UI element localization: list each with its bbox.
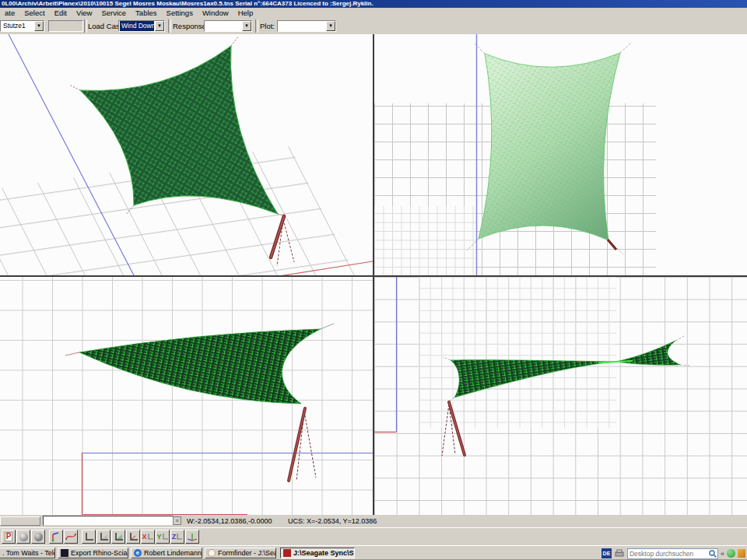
internet-explorer-icon: e (134, 549, 142, 557)
chevron-down-icon[interactable]: ▼ (155, 21, 164, 31)
corner-ucs-button[interactable] (126, 530, 140, 544)
taskbar-button-tom-waits[interactable]: . Tom Waits - Teleph... (0, 548, 55, 558)
empty-field (48, 20, 83, 32)
desktop-search-box[interactable] (627, 548, 718, 559)
chevron-down-icon[interactable]: ▼ (242, 21, 251, 31)
window-title: 0L00\Archiv\Arbeit\Planex\2010\10015 Seg… (2, 0, 374, 7)
chevron-down-icon[interactable]: ▼ (34, 21, 44, 31)
viewport-area (0, 34, 747, 515)
menu-item-settings[interactable]: Settings (162, 8, 198, 18)
view-y-button[interactable]: Y (156, 530, 170, 544)
tray-icon-2[interactable] (738, 549, 745, 558)
toolbar-separator (168, 19, 171, 33)
taskbar-button-label: . Tom Waits - Teleph... (2, 548, 55, 558)
plan-canvas (374, 34, 747, 275)
menu-item-window[interactable]: Window (198, 8, 233, 18)
front-canvas (0, 277, 373, 515)
menu-item-help[interactable]: Help (233, 8, 258, 18)
viewport-side-elevation[interactable] (374, 277, 747, 515)
command-bar: ≡ W:-2.0534,12.0386,-0.0000 UCS: X=-2.05… (0, 515, 747, 527)
plot-combobox[interactable]: ▼ (277, 20, 336, 32)
corner-ucs-icon (128, 531, 139, 542)
command-grip-icon[interactable]: ≡ (173, 516, 181, 525)
response-value (205, 21, 241, 31)
view-z-icon: Z (172, 534, 177, 541)
seagate-sync-icon (283, 549, 291, 557)
main-toolbar: Stutze1 ▼ Load Case: Wind Down15 ▼ Respo… (0, 18, 747, 35)
system-tray: DE « (601, 546, 747, 560)
rhino-icon (61, 549, 68, 557)
perspective-canvas (0, 34, 373, 275)
hidden-line-render-button[interactable] (31, 530, 45, 544)
printer-icon[interactable] (614, 549, 625, 558)
toolbar-separator (84, 19, 87, 33)
corner-plane-button[interactable] (96, 530, 110, 544)
corner-shaded-button[interactable] (111, 530, 125, 544)
view-x-icon: X (142, 534, 146, 541)
axis-path-button[interactable] (49, 530, 63, 544)
taskbar-button-rhino[interactable]: Export Rhino-Scia1a - Rh... (58, 548, 128, 558)
command-input[interactable] (43, 516, 174, 526)
selection-combobox[interactable]: Stutze1 ▼ (0, 20, 44, 32)
taskbar-button-label: J:\Seagate Sync\Syn... (293, 548, 355, 558)
menu-item-edit[interactable]: Edit (50, 8, 72, 18)
menu-item-view[interactable]: View (72, 8, 96, 18)
title-bar[interactable]: 0L00\Archiv\Arbeit\Planex\2010\10015 Seg… (0, 0, 747, 8)
wire-sphere-icon (34, 533, 43, 541)
side-canvas (374, 277, 747, 515)
taskbar-button-label: Formfinder - J:\Seagate ... (218, 548, 276, 558)
corner-shaded-icon (113, 531, 124, 542)
elevation-grid-fine (419, 277, 616, 429)
menu-item-create[interactable]: ate (0, 8, 19, 18)
viewport-front-elevation[interactable] (0, 277, 373, 515)
response-combobox[interactable]: ▼ (204, 20, 252, 32)
elevation-grid (0, 277, 373, 515)
view-z-button[interactable]: Z (170, 530, 184, 544)
menu-item-select[interactable]: Select (19, 8, 49, 18)
spline-icon (65, 531, 76, 542)
chevron-down-icon[interactable]: ▼ (326, 21, 335, 31)
response-label: Response: (173, 22, 208, 30)
viewport-perspective[interactable] (0, 34, 373, 275)
corner-plane-icon (98, 531, 109, 542)
sync-tray-icon[interactable] (727, 549, 735, 558)
plan-grid-fine (374, 206, 476, 275)
axes-3d-button[interactable] (185, 530, 199, 544)
language-indicator[interactable]: DE (601, 548, 612, 558)
ucs-coordinates: UCS: X=-2.0534, Y=12.0386 (288, 517, 377, 525)
viewport-plan[interactable] (374, 34, 747, 275)
taskbar-button-label: Robert Lindemann KG Gr... (144, 548, 202, 558)
menu-item-tables[interactable]: Tables (131, 8, 161, 18)
search-icon[interactable] (708, 549, 717, 558)
horizontal-scrollbar[interactable] (0, 516, 40, 526)
taskbar-button-browser[interactable]: e Robert Lindemann KG Gr... (131, 548, 202, 558)
axes-3d-icon (187, 531, 198, 542)
taskbar-button-formfinder[interactable]: Formfinder - J:\Seagate ... (205, 548, 276, 558)
selection-value: Stutze1 (2, 21, 33, 31)
world-coordinates: W:-2.0534,12.0386,-0.0000 (187, 517, 272, 525)
desktop-search-input[interactable] (628, 550, 708, 558)
taskbar: . Tom Waits - Teleph... Export Rhino-Sci… (0, 545, 747, 560)
view-y-icon: Y (156, 534, 161, 541)
menu-bar: ate Select Edit View Service Tables Sett… (0, 8, 747, 18)
plot-page-button[interactable]: P (2, 530, 16, 544)
plot-page-icon: P (5, 532, 13, 541)
shaded-render-button[interactable] (16, 530, 30, 544)
view-toolbar: P (0, 527, 747, 546)
load-case-value: Wind Down15 (120, 21, 154, 31)
load-case-combobox[interactable]: Wind Down15 ▼ (118, 20, 165, 32)
plot-label: Plot: (260, 22, 275, 30)
formfinder-icon (208, 549, 216, 557)
shaded-sphere-icon (19, 533, 28, 541)
view-x-button[interactable]: X (141, 530, 155, 544)
toolbar-separator (255, 19, 258, 33)
corner-axes-button[interactable] (82, 530, 96, 544)
menu-item-service[interactable]: Service (96, 8, 131, 18)
taskbar-button-seagate-sync[interactable]: J:\Seagate Sync\Syn... (280, 548, 355, 558)
axis-path-icon (51, 531, 61, 542)
status-bar: W:-2.0534,12.0386,-0.0000 UCS: X=-2.0534… (187, 517, 391, 525)
tray-overflow-chevron[interactable]: « (721, 550, 724, 558)
taskbar-button-label: Export Rhino-Scia1a - Rh... (71, 548, 128, 558)
spline-button[interactable] (64, 530, 78, 544)
corner-axes-icon (83, 531, 94, 542)
